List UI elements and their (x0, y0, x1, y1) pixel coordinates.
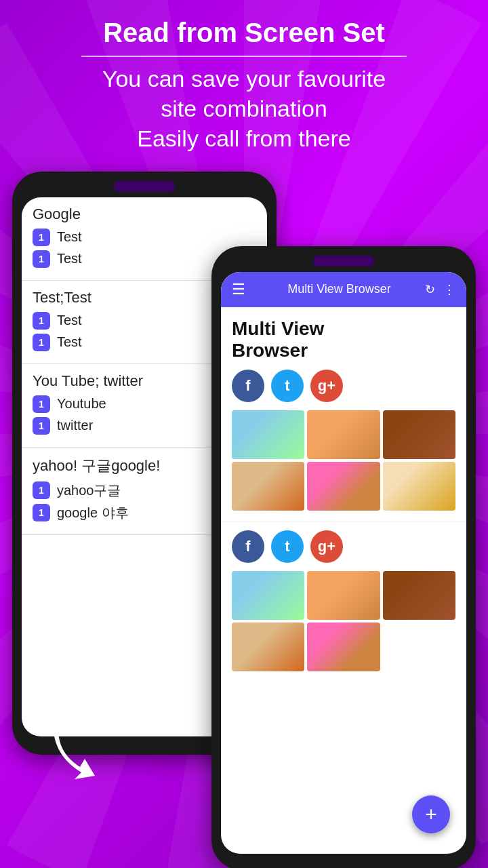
arrow-icon (41, 698, 129, 786)
app-main: Multi ViewBrowser f t g+ (221, 307, 466, 854)
social-icons-bottom: f t g+ (232, 530, 455, 563)
twitter-button[interactable]: t (271, 370, 304, 402)
image-cell (232, 410, 304, 459)
badge: 1 (33, 504, 50, 521)
phones-container: Google 1 Test 1 Test Test;Test 1 Test (0, 165, 488, 829)
phone2: ☰ Multi View Browser ↻ ⋮ Multi ViewBrows… (211, 246, 476, 868)
googleplus-button-2[interactable]: g+ (310, 530, 343, 563)
app-bar: ☰ Multi View Browser ↻ ⋮ (221, 272, 466, 307)
facebook-button-2[interactable]: f (232, 530, 264, 563)
image-cell (307, 623, 380, 671)
twitter-button-2[interactable]: t (271, 530, 304, 563)
app-bar-icons: ↻ ⋮ (425, 282, 455, 297)
badge: 1 (33, 250, 50, 268)
social-icons-top: f t g+ (232, 370, 455, 402)
item-label: Test (57, 251, 82, 267)
image-cell (383, 571, 455, 620)
more-icon[interactable]: ⋮ (443, 282, 455, 297)
item-label-google-kr: google 야후 (57, 504, 129, 522)
phone1-notch (114, 181, 175, 192)
image-cell (232, 571, 304, 620)
image-cell (307, 410, 380, 459)
item-label-yahoo: yahoo구글 (57, 481, 121, 500)
image-grid-bottom (232, 571, 455, 671)
badge: 1 (33, 395, 50, 413)
list-item: 1 Test (33, 229, 256, 246)
image-cell (307, 462, 380, 511)
refresh-icon[interactable]: ↻ (425, 282, 435, 297)
badge: 1 (33, 229, 50, 246)
section-google-title: Google (33, 205, 256, 223)
item-label: Test (57, 229, 82, 245)
header-subtitle: You can save your favouritesite combinat… (27, 64, 461, 154)
app-first-section: Multi ViewBrowser f t g+ (221, 307, 466, 522)
header-title: Read from Screen Set (27, 16, 461, 49)
app-bar-title: Multi View Browser (253, 282, 425, 296)
app-second-section: f t g+ + (221, 522, 466, 854)
item-label: Test (57, 334, 82, 350)
googleplus-button[interactable]: g+ (310, 370, 343, 402)
arrow-container (41, 698, 129, 789)
header-divider (81, 56, 407, 57)
image-cell (307, 571, 380, 620)
badge: 1 (33, 334, 50, 351)
badge: 1 (33, 481, 50, 499)
item-label: Test (57, 313, 82, 328)
image-cell (232, 462, 304, 511)
fab-button[interactable]: + (412, 795, 450, 833)
badge: 1 (33, 312, 50, 330)
phone2-notch (313, 256, 374, 267)
facebook-button[interactable]: f (232, 370, 264, 402)
menu-icon[interactable]: ☰ (232, 281, 245, 298)
image-cell (383, 410, 455, 459)
app-main-title: Multi ViewBrowser (232, 318, 455, 361)
image-cell (383, 462, 455, 511)
image-grid-top (232, 410, 455, 511)
item-label-twitter: twitter (57, 418, 93, 433)
image-cell (232, 623, 304, 671)
phone2-screen: ☰ Multi View Browser ↻ ⋮ Multi ViewBrows… (221, 272, 466, 854)
badge: 1 (33, 417, 50, 435)
header: Read from Screen Set You can save your f… (0, 0, 488, 165)
item-label-youtube: Youtube (57, 396, 106, 412)
